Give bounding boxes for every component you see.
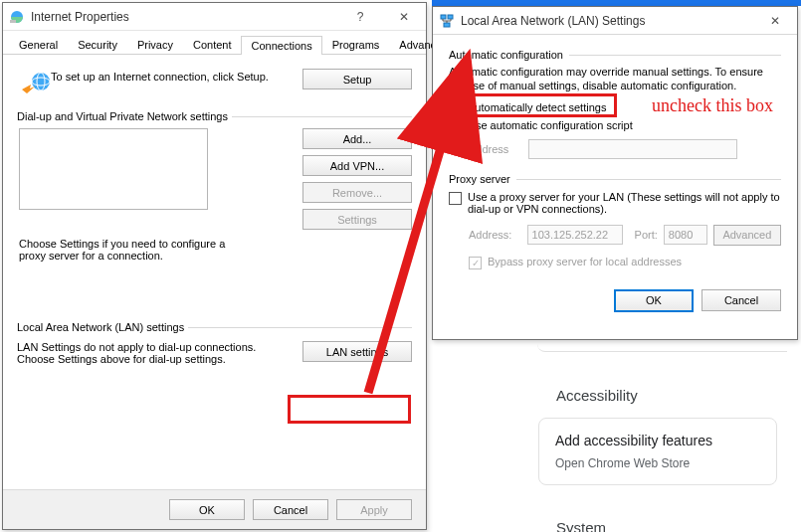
- proxy-address-input: [527, 225, 623, 245]
- svg-rect-5: [441, 15, 446, 19]
- svg-rect-7: [444, 23, 450, 27]
- chrome-accessibility-card[interactable]: Add accessibility features Open Chrome W…: [538, 418, 777, 485]
- tab-content[interactable]: Content: [183, 35, 242, 54]
- dialup-note: Choose Settings if you need to configure…: [19, 238, 248, 262]
- setup-button[interactable]: Setup: [302, 69, 412, 89]
- card-title: Add accessibility features: [555, 433, 760, 448]
- proxy-port-input: [664, 225, 707, 245]
- use-proxy-row[interactable]: Use a proxy server for your LAN (These s…: [449, 189, 781, 217]
- tab-connections[interactable]: Connections: [241, 36, 321, 55]
- use-script-label: Use automatic configuration script: [468, 119, 633, 131]
- accessibility-section-label: Accessibility: [556, 387, 638, 404]
- lan-ok-button[interactable]: OK: [614, 289, 694, 312]
- dialup-group-label: Dial-up and Virtual Private Network sett…: [17, 110, 232, 122]
- auto-config-desc: Automatic configuration may override man…: [449, 65, 781, 93]
- bypass-checkbox: [469, 257, 482, 269]
- connections-listbox[interactable]: [19, 128, 208, 210]
- window-title: Internet Properties: [31, 10, 129, 24]
- use-script-checkbox[interactable]: [449, 120, 462, 133]
- svg-rect-6: [448, 15, 453, 19]
- titlebar[interactable]: Internet Properties ? ✕: [3, 3, 426, 31]
- lan-group-label: Local Area Network (LAN) settings: [17, 321, 188, 333]
- auto-detect-label: Automatically detect settings: [468, 101, 606, 113]
- lan-icon: [439, 13, 455, 29]
- use-proxy-checkbox[interactable]: [449, 192, 462, 205]
- add-vpn-button[interactable]: Add VPN...: [302, 155, 412, 176]
- cancel-button[interactable]: Cancel: [253, 499, 328, 520]
- system-section-label: System: [556, 519, 606, 532]
- lan-close-button[interactable]: ✕: [753, 7, 797, 35]
- use-proxy-label: Use a proxy server for your LAN (These s…: [468, 191, 781, 215]
- auto-detect-checkbox[interactable]: [449, 102, 462, 115]
- bypass-label: Bypass proxy server for local addresses: [488, 256, 682, 267]
- use-script-row[interactable]: Use automatic configuration script: [449, 117, 781, 135]
- card-link[interactable]: Open Chrome Web Store: [555, 456, 760, 470]
- tab-programs[interactable]: Programs: [322, 35, 390, 54]
- remove-button: Remove...: [302, 182, 412, 203]
- proxy-advanced-button: Advanced: [713, 225, 781, 246]
- tabstrip: General Security Privacy Content Connect…: [3, 31, 426, 55]
- dialog-buttons: OK Cancel Apply: [3, 489, 426, 529]
- svg-point-2: [32, 73, 50, 90]
- tab-privacy[interactable]: Privacy: [127, 35, 183, 54]
- lan-titlebar[interactable]: Local Area Network (LAN) Settings ✕: [433, 7, 797, 35]
- proxy-port-label: Port:: [629, 229, 658, 241]
- lan-window-title: Local Area Network (LAN) Settings: [461, 14, 645, 28]
- svg-rect-1: [10, 20, 16, 23]
- script-address-input: [528, 139, 737, 159]
- proxy-address-label: Address:: [469, 229, 521, 241]
- apply-button: Apply: [336, 499, 412, 520]
- lan-cancel-button[interactable]: Cancel: [701, 289, 781, 311]
- internet-properties-window: Internet Properties ? ✕ General Security…: [2, 2, 427, 530]
- lan-settings-button[interactable]: LAN settings: [302, 341, 412, 362]
- internet-options-icon: [9, 9, 25, 25]
- annotation-text: uncheck this box: [652, 95, 773, 116]
- settings-button: Settings: [302, 209, 412, 230]
- help-button[interactable]: ?: [338, 3, 382, 31]
- setup-text: To set up an Internet connection, click …: [51, 69, 302, 83]
- lan-note: LAN Settings do not apply to dial-up con…: [17, 341, 302, 365]
- bypass-row: Bypass proxy server for local addresses: [469, 254, 781, 271]
- lan-settings-window: Local Area Network (LAN) Settings ✕ Auto…: [432, 6, 798, 340]
- add-button[interactable]: Add...: [302, 128, 412, 149]
- proxy-group-label: Proxy server: [449, 173, 516, 185]
- ok-button[interactable]: OK: [169, 499, 245, 520]
- close-button[interactable]: ✕: [382, 3, 426, 31]
- tab-general[interactable]: General: [9, 35, 68, 54]
- script-address-label: Address: [469, 143, 522, 155]
- auto-config-label: Automatic configuration: [449, 49, 569, 61]
- tab-security[interactable]: Security: [68, 35, 127, 54]
- globe-icon: [17, 69, 51, 98]
